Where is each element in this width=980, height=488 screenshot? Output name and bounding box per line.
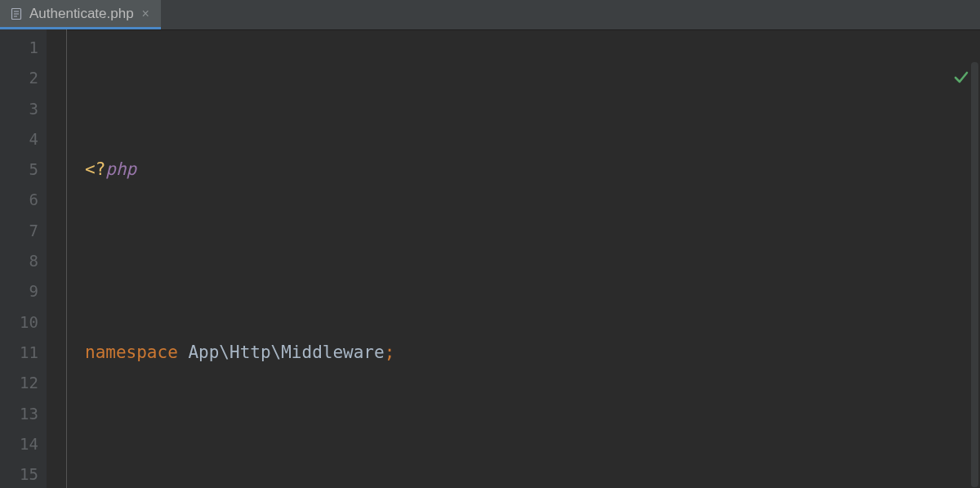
- code-area[interactable]: <?php namespace App\Http\Middleware; use…: [67, 29, 980, 488]
- code-line[interactable]: namespace App\Http\Middleware;: [85, 338, 980, 368]
- tab-filename: Authenticate.php: [29, 6, 134, 22]
- line-number: 11: [0, 338, 38, 368]
- line-number: 15: [0, 459, 38, 488]
- line-number: 9: [0, 276, 38, 307]
- line-number: 3: [0, 94, 38, 124]
- line-number: 5: [0, 154, 38, 185]
- line-gutter: 1 2 3 4 5 6 7 8 9 10 11 12 13 14 15: [0, 29, 47, 488]
- inspection-ok-icon[interactable]: [892, 34, 969, 126]
- line-number: 1: [0, 33, 38, 63]
- tab-bar: Authenticate.php ×: [0, 0, 980, 29]
- line-number: 7: [0, 216, 38, 246]
- line-number: 6: [0, 185, 38, 215]
- line-number: 2: [0, 63, 38, 93]
- line-number: 13: [0, 399, 38, 429]
- line-number: 8: [0, 246, 38, 276]
- vertical-scrollbar[interactable]: [971, 62, 978, 487]
- line-number: 12: [0, 368, 38, 398]
- code-line[interactable]: [85, 246, 980, 276]
- editor: 1 2 3 4 5 6 7 8 9 10 11 12 13 14 15 <?ph…: [0, 29, 980, 488]
- close-icon[interactable]: ×: [140, 7, 149, 20]
- php-file-icon: [10, 7, 23, 20]
- line-number: 4: [0, 124, 38, 154]
- code-line[interactable]: <?php: [85, 154, 980, 185]
- code-line[interactable]: [85, 429, 980, 459]
- gutter-divider: [47, 29, 67, 488]
- line-number: 14: [0, 429, 38, 459]
- tab-authenticate[interactable]: Authenticate.php ×: [0, 0, 161, 29]
- line-number: 10: [0, 307, 38, 338]
